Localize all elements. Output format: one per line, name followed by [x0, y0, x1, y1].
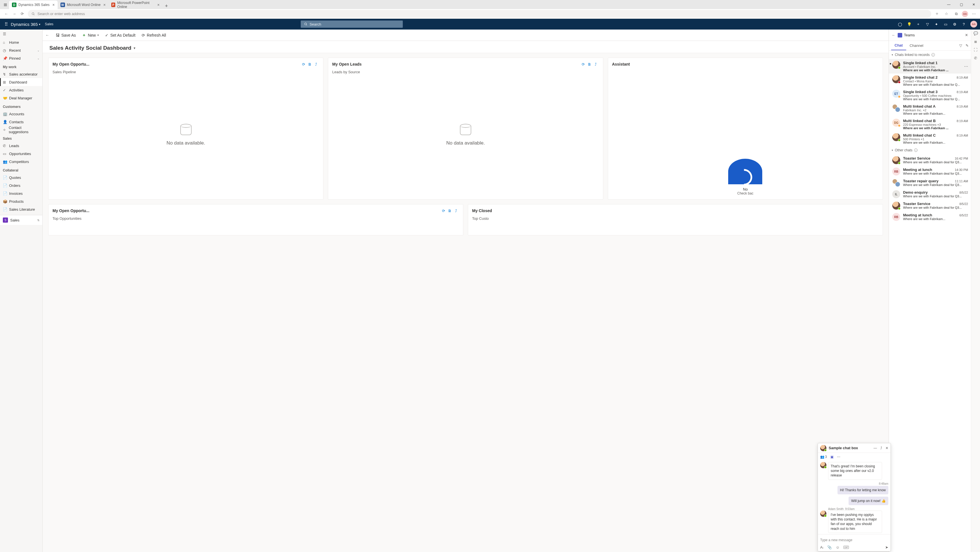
- cmd-refresh-all-button[interactable]: ⟳ Refresh All: [139, 32, 169, 39]
- tab-close-button[interactable]: ×: [103, 3, 106, 7]
- nav-activities[interactable]: ✓Activities: [0, 86, 42, 94]
- new-tab-button[interactable]: +: [162, 3, 170, 9]
- nav-collapse-button[interactable]: ☰: [0, 30, 42, 38]
- chat-item[interactable]: Toaster repair query11:11 AM Where are w…: [889, 177, 971, 189]
- screen-icon[interactable]: ▭: [943, 22, 948, 27]
- add-icon[interactable]: ＋: [916, 22, 921, 27]
- filter-icon[interactable]: ▽: [925, 22, 930, 27]
- nav-products[interactable]: 📦Products: [0, 197, 42, 205]
- chat-item[interactable]: RB Meeting at lunch14:30 PM Where are we…: [889, 166, 971, 177]
- card-popout-button[interactable]: ⤴: [313, 62, 319, 67]
- chat-box-messages[interactable]: That's great! I'm been closing some big …: [818, 461, 891, 534]
- refresh-button[interactable]: ⟳: [18, 10, 26, 18]
- help-icon[interactable]: ?: [961, 22, 966, 27]
- browser-tab-0[interactable]: D Dynamics 365 Sales ×: [9, 0, 57, 9]
- window-minimize-button[interactable]: —: [942, 0, 955, 9]
- info-icon[interactable]: i: [914, 148, 918, 152]
- app-launcher-button[interactable]: ⠿: [3, 22, 10, 27]
- app-name[interactable]: Dynamics 365 ▾: [11, 22, 40, 27]
- favorites-button[interactable]: ☆: [942, 10, 950, 18]
- nav-contacts[interactable]: 👤Contacts: [0, 118, 42, 126]
- favorites-add-button[interactable]: ✧: [933, 10, 941, 18]
- nav-recent[interactable]: ◷Recent⌄: [0, 46, 42, 54]
- teams-jump-icon[interactable]: ▣: [830, 455, 834, 459]
- teams-tab-channel[interactable]: Channel: [906, 41, 927, 50]
- call-icon[interactable]: ✆: [974, 56, 977, 60]
- list-icon[interactable]: ≣: [974, 40, 977, 44]
- chat-item[interactable]: RB Meeting at lunch6/5/22 Where are we w…: [889, 211, 971, 223]
- chat-item[interactable]: Single linked chat 1 Account • Fabrikam …: [889, 59, 971, 73]
- window-maximize-button[interactable]: ▢: [955, 0, 967, 9]
- close-button[interactable]: ✕: [886, 446, 888, 450]
- cmd-set-default-button[interactable]: ✓ Set As Default: [103, 32, 138, 39]
- address-bar[interactable]: Search or enter web address: [28, 10, 931, 18]
- nav-orders[interactable]: 📄Orders: [0, 181, 42, 189]
- chat-menu-button[interactable]: ⋯: [964, 64, 968, 69]
- chat-item[interactable]: ET Single linked chat 38:19 AM Opportuni…: [889, 88, 971, 102]
- card-refresh-button[interactable]: ⟳: [301, 62, 307, 67]
- emoji-icon[interactable]: ☺: [836, 545, 840, 549]
- expand-icon[interactable]: ⛶: [974, 48, 977, 52]
- more-button[interactable]: ⋯: [970, 10, 978, 18]
- nav-competitors[interactable]: 👥Competitors: [0, 157, 42, 165]
- chat-item[interactable]: Single linked chat 28:19 AM Contact • Mo…: [889, 73, 971, 88]
- nav-dashboard[interactable]: ⊞Dashboard: [0, 78, 42, 86]
- settings-icon[interactable]: ⚙: [952, 22, 957, 27]
- card-records-button[interactable]: 🗎: [307, 62, 313, 67]
- chat-item[interactable]: Multi linked chat A8:19 AM Fabrikam Inc.…: [889, 102, 971, 117]
- nav-deal-manager[interactable]: 🤝Deal Manager: [0, 94, 42, 102]
- chat-item[interactable]: Toaster Service8/5/22 Where are we with …: [889, 200, 971, 211]
- filter-icon[interactable]: ▽: [959, 43, 962, 48]
- nav-invoices[interactable]: 📄Invoices: [0, 189, 42, 197]
- card-refresh-button[interactable]: ⟳: [440, 209, 447, 213]
- nav-accounts[interactable]: 🏢Accounts: [0, 110, 42, 118]
- task-icon[interactable]: ◯: [898, 22, 903, 27]
- section-linked-chats[interactable]: Chats linked to records i: [889, 51, 971, 59]
- nav-contact-suggestions[interactable]: ✧Contact suggestions: [0, 126, 42, 134]
- user-avatar[interactable]: AA: [970, 21, 977, 27]
- card-records-button[interactable]: 🗎: [587, 62, 593, 67]
- chat-item[interactable]: Multi linked chat C8:19 AM 500 Printers …: [889, 132, 971, 146]
- profile-button[interactable]: AA: [962, 11, 968, 17]
- teams-back-button[interactable]: ←: [892, 33, 896, 37]
- section-other-chats[interactable]: Other chats i: [889, 146, 971, 154]
- cmd-back-button[interactable]: ←: [45, 33, 52, 37]
- card-popout-button[interactable]: ⤴: [453, 209, 459, 213]
- message-input[interactable]: Type a new message: [820, 536, 888, 544]
- teams-tab-chat[interactable]: Chat: [891, 41, 906, 50]
- info-icon[interactable]: i: [931, 53, 935, 57]
- nav-sales-accelerator[interactable]: ↯Sales accelerator: [0, 70, 42, 78]
- nav-leads[interactable]: ✆Leads: [0, 142, 42, 150]
- popout-button[interactable]: ⤴: [880, 446, 882, 450]
- chat-item[interactable]: Toaster Service16:42 PM Where are we wit…: [889, 154, 971, 166]
- teams-chat-icon[interactable]: 💬: [974, 31, 978, 35]
- nav-opportunities[interactable]: ▭Opportunities: [0, 150, 42, 157]
- card-records-button[interactable]: 🗎: [447, 209, 453, 213]
- browser-tab-2[interactable]: P Microsoft PowerPoint Online ×: [108, 0, 162, 9]
- tab-close-button[interactable]: ×: [52, 3, 54, 7]
- compose-icon[interactable]: ✎: [966, 43, 969, 48]
- back-button[interactable]: ←: [2, 10, 10, 18]
- gif-icon[interactable]: GIF: [843, 546, 849, 549]
- chat-item[interactable]: DG Multi linked chat B8:19 AM 220 Espres…: [889, 117, 971, 132]
- nav-area-switcher[interactable]: S Sales ⇅: [0, 215, 42, 225]
- global-search-input[interactable]: Search: [301, 21, 403, 28]
- card-refresh-button[interactable]: ⟳: [580, 62, 587, 67]
- cmd-new-button[interactable]: ＋ New ▾: [80, 32, 101, 39]
- attach-icon[interactable]: 📎: [827, 545, 832, 549]
- dashboard-selector[interactable]: Sales Activity Social Dashboard ▾: [49, 45, 882, 51]
- send-button[interactable]: ➤: [885, 545, 888, 549]
- lightbulb-icon[interactable]: 💡: [907, 22, 912, 27]
- nav-pinned[interactable]: 📌Pinned⌄: [0, 54, 42, 62]
- window-close-button[interactable]: ✕: [967, 0, 980, 9]
- more-button[interactable]: ⋯: [837, 455, 840, 459]
- format-icon[interactable]: Aᵢ: [820, 545, 823, 549]
- nav-sales-literature[interactable]: 📄Sales Literature: [0, 205, 42, 213]
- forward-button[interactable]: →: [10, 10, 18, 18]
- teams-close-button[interactable]: ✕: [965, 33, 968, 37]
- chat-item[interactable]: IL Demo enquiry8/5/22 Where are we with …: [889, 189, 971, 200]
- cmd-save-as-button[interactable]: 🖫 Save As: [53, 32, 78, 39]
- collections-button[interactable]: ⧉: [952, 10, 960, 18]
- nav-quotes[interactable]: 📄Quotes: [0, 173, 42, 181]
- tab-close-button[interactable]: ×: [157, 3, 159, 7]
